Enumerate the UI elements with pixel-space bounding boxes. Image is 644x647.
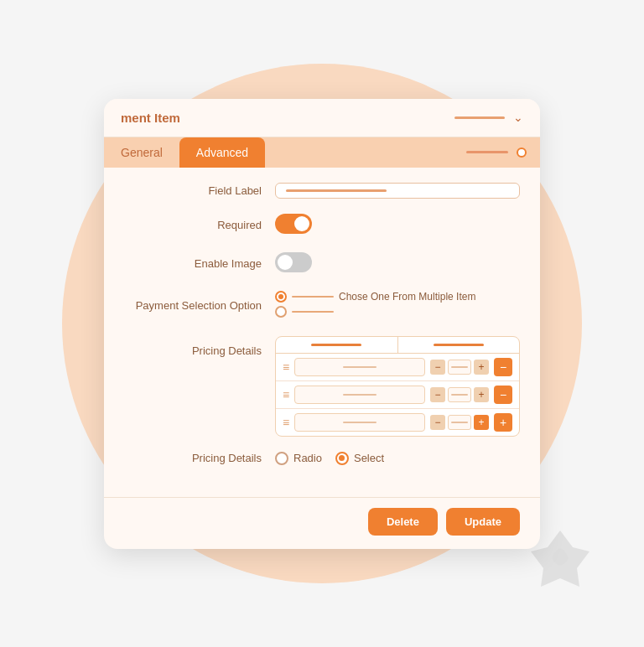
stepper-plus-1[interactable]: + — [474, 360, 489, 375]
stepper-minus-1[interactable]: − — [430, 360, 445, 375]
pricing-mini-input-3[interactable] — [294, 413, 425, 432]
field-label-label: Field Label — [124, 184, 275, 197]
pricing-mini-input-1[interactable] — [294, 358, 425, 376]
input-placeholder-line — [286, 189, 387, 192]
header-line — [454, 116, 505, 119]
payment-option-2[interactable] — [275, 306, 520, 318]
payment-radio-dot-unchecked — [275, 306, 287, 318]
pricing-details-label2: Pricing Details — [124, 452, 275, 464]
enable-image-toggle-slider — [275, 252, 312, 272]
pricing-table: ≡ − + − — [275, 336, 520, 437]
field-label-input-wrapper[interactable] — [275, 183, 520, 199]
payment-radio-dot-checked — [275, 291, 287, 303]
radio-label: Radio — [293, 452, 322, 464]
pricing-radio-control: Radio Select — [275, 452, 520, 465]
enable-image-toggle[interactable] — [275, 252, 312, 272]
pricing-stepper-2: − + — [430, 387, 489, 402]
payment-selection-control: Chose One From Multiple Item — [275, 291, 520, 321]
payment-option-1-text: Chose One From Multiple Item — [339, 291, 475, 303]
payment-radio-line-1 — [292, 296, 334, 298]
tabs-bar: General Advanced — [104, 137, 540, 168]
pricing-radio-row: Pricing Details Radio Select — [124, 452, 520, 465]
field-label-row: Field Label — [124, 183, 520, 199]
pricing-table-header — [276, 337, 519, 354]
drag-icon[interactable]: ≡ — [283, 388, 289, 401]
radio-option-select[interactable]: Select — [335, 452, 384, 465]
stepper-val-1 — [448, 360, 471, 375]
pricing-header-line-1 — [311, 344, 361, 346]
select-label: Select — [354, 452, 384, 464]
required-row: Required — [124, 214, 520, 237]
table-row: ≡ − + − — [276, 354, 519, 381]
required-control — [275, 214, 520, 237]
pricing-mini-line-2 — [343, 394, 377, 396]
table-row: ≡ − + + — [276, 409, 519, 436]
radio-circle-select — [335, 452, 349, 465]
tab-toggle-area — [466, 148, 540, 158]
tab-line — [466, 151, 508, 153]
pricing-header-line-2 — [434, 344, 484, 346]
tab-general[interactable]: General — [104, 137, 179, 168]
tab-toggle-dot — [517, 148, 527, 158]
pricing-col-1 — [276, 337, 398, 354]
pricing-details-control: ≡ − + − — [275, 336, 520, 437]
pricing-mini-input-2[interactable] — [294, 386, 425, 404]
main-card: ment Item ⌄ General Advanced Field Label… — [104, 99, 540, 549]
delete-row-3-button[interactable]: + — [494, 413, 512, 432]
bottom-radio-row: Radio Select — [275, 452, 520, 465]
pricing-details-row: Pricing Details ≡ — [124, 336, 520, 437]
pricing-input-group-2 — [294, 386, 425, 404]
field-label-control — [275, 183, 520, 199]
stepper-plus-2[interactable]: + — [474, 387, 489, 402]
stepper-minus-2[interactable]: − — [430, 387, 445, 402]
enable-image-control — [275, 252, 520, 276]
required-toggle-slider — [275, 214, 312, 234]
required-label: Required — [124, 219, 275, 231]
pricing-mini-line-3 — [343, 422, 377, 423]
pricing-input-group-3 — [294, 413, 425, 432]
pricing-stepper-1: − + — [430, 360, 489, 375]
table-row: ≡ − + − — [276, 381, 519, 409]
header-right: ⌄ — [454, 111, 523, 124]
required-toggle[interactable] — [275, 214, 312, 234]
payment-selection-label: Payment Selection Option — [124, 299, 275, 312]
pricing-mini-line-1 — [343, 366, 377, 368]
card-title: ment Item — [121, 111, 180, 125]
stepper-minus-3[interactable]: − — [430, 415, 445, 430]
form-body: Field Label Required Enable Image — [104, 168, 540, 497]
delete-row-1-button[interactable]: − — [494, 358, 512, 376]
card-header: ment Item ⌄ — [104, 99, 540, 137]
radio-option-radio[interactable]: Radio — [275, 452, 322, 465]
payment-option-1[interactable]: Chose One From Multiple Item — [275, 291, 520, 303]
pricing-stepper-3: − + — [430, 415, 489, 430]
stepper-val-2 — [448, 387, 471, 402]
enable-image-row: Enable Image — [124, 252, 520, 276]
action-row: Delete Update — [104, 497, 540, 549]
payment-radio-line-2 — [292, 311, 334, 313]
stepper-val-line-2 — [451, 394, 468, 396]
drag-icon[interactable]: ≡ — [283, 360, 289, 374]
update-button[interactable]: Update — [446, 508, 520, 536]
stepper-val-line-3 — [451, 422, 468, 423]
stepper-val-3 — [448, 415, 471, 430]
chevron-down-icon[interactable]: ⌄ — [513, 111, 523, 124]
delete-button[interactable]: Delete — [368, 508, 438, 536]
tab-advanced[interactable]: Advanced — [179, 137, 265, 168]
enable-image-label: Enable Image — [124, 257, 275, 270]
pricing-input-group-1 — [294, 358, 425, 376]
drag-icon[interactable]: ≡ — [283, 416, 289, 429]
delete-row-2-button[interactable]: − — [494, 386, 512, 404]
radio-circle-radio — [275, 452, 288, 465]
stepper-plus-3[interactable]: + — [474, 415, 489, 430]
pricing-details-label: Pricing Details — [124, 336, 275, 357]
stepper-val-line-1 — [451, 366, 468, 368]
payment-selection-row: Payment Selection Option Chose One From … — [124, 291, 520, 321]
pricing-col-2 — [398, 337, 520, 354]
